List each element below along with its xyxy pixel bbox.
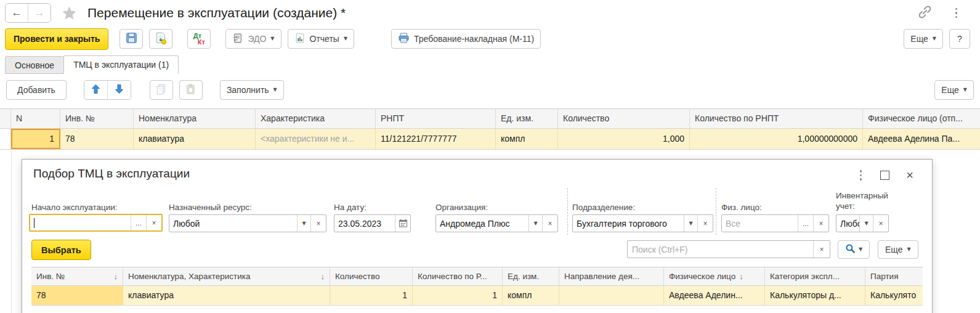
col-header-nomenclature[interactable]: Номенклатура: [134, 109, 256, 128]
dtkt-button[interactable]: Дт Кт: [187, 29, 211, 49]
copy-row-button[interactable]: [150, 80, 173, 100]
move-down-button[interactable]: [107, 81, 131, 99]
m11-print-button[interactable]: Требование-накладная (М-11): [391, 29, 541, 49]
cell-unit[interactable]: компл: [503, 286, 559, 305]
edo-dropdown-button[interactable]: ЭДО ▼: [225, 29, 281, 49]
reports-dropdown-button[interactable]: Отчеты ▼: [288, 29, 355, 49]
cell-rnpt[interactable]: 11/121221/7777777: [376, 129, 496, 149]
col-header-batch[interactable]: Партия: [865, 267, 923, 285]
col-header-inv[interactable]: Инв. №↓: [31, 267, 123, 285]
close-icon[interactable]: ×: [906, 171, 913, 179]
search-clear-button[interactable]: ×: [813, 241, 830, 258]
fill-dropdown-button[interactable]: Заполнить ▼: [220, 80, 284, 100]
col-header-qty[interactable]: Количество: [558, 109, 690, 128]
cell-qty[interactable]: 1,000: [558, 129, 690, 149]
cell-characteristic[interactable]: <характеристики не и...: [256, 129, 376, 149]
app-window: ← → Перемещение в эксплуатации (создание…: [0, 0, 980, 313]
col-header-inv[interactable]: Инв. №: [60, 109, 134, 128]
tab-strip: Основное ТМЦ в эксплуатации (1): [5, 55, 179, 74]
dropdown-button[interactable]: ▼: [859, 215, 873, 232]
clear-button[interactable]: ×: [697, 215, 713, 232]
cell-inv-active[interactable]: 78: [31, 286, 123, 305]
maximize-icon[interactable]: [880, 171, 889, 180]
cell-category[interactable]: Калькуляторы д...: [765, 286, 865, 305]
link-icon[interactable]: [917, 4, 933, 22]
start-date-field[interactable]: ... ×: [29, 214, 163, 232]
col-header-nomenclature[interactable]: Номенклатура, Характеристика↓: [123, 267, 330, 285]
inventory-field[interactable]: Любой ▼ ×: [836, 214, 889, 232]
organization-field[interactable]: Андромеда Плюс ▼ ×: [435, 214, 558, 232]
col-header-category[interactable]: Категория экспл...: [765, 267, 865, 285]
dropdown-button[interactable]: ▼: [297, 215, 310, 232]
cell-person[interactable]: Авдеева Аделин...: [664, 286, 765, 305]
search-input[interactable]: [628, 241, 813, 258]
text-cursor: [34, 218, 34, 228]
col-header-qty-rnpt[interactable]: Количество по РНПТ: [690, 109, 863, 128]
col-header-qty-rnpt[interactable]: Количество по Р...: [413, 267, 503, 285]
col-header-person[interactable]: Физическое лицо↓: [664, 267, 765, 285]
cell-qty[interactable]: 1: [330, 286, 413, 305]
select-button[interactable]: Выбрать: [31, 240, 91, 260]
choose-button[interactable]: ...: [131, 215, 146, 230]
cell-nomenclature[interactable]: клавиатура: [123, 286, 330, 305]
favorite-star-icon[interactable]: [61, 5, 78, 22]
choose-button[interactable]: ...: [798, 215, 813, 232]
save-button[interactable]: [119, 29, 143, 49]
list-more-button[interactable]: Еще ▼: [934, 80, 974, 100]
dialog-more-button[interactable]: Еще ▼: [878, 240, 918, 259]
paste-row-button[interactable]: [179, 80, 203, 100]
cell-n-active[interactable]: 1: [11, 129, 60, 149]
add-row-button[interactable]: Добавить: [6, 80, 67, 100]
table-row[interactable]: 1 78 клавиатура <характеристики не и... …: [0, 129, 980, 150]
clear-button[interactable]: ×: [542, 215, 557, 232]
resource-field[interactable]: Любой ▼ ×: [169, 214, 326, 232]
filter-label-date: На дату:: [334, 203, 366, 212]
floppy-icon: [125, 31, 138, 46]
move-up-button[interactable]: [84, 81, 107, 99]
col-header-unit[interactable]: Ед. изм.: [503, 267, 559, 285]
dialog-controls: ×: [858, 168, 913, 182]
back-button[interactable]: ←: [6, 4, 28, 22]
titlebar: ← → Перемещение в эксплуатации (создание…: [0, 0, 980, 26]
more-button[interactable]: Еще ▼: [904, 29, 943, 49]
clear-button[interactable]: ×: [310, 215, 326, 232]
on-date-field[interactable]: 23.05.2023: [334, 214, 411, 232]
post-document-button[interactable]: [149, 29, 172, 49]
post-and-close-button[interactable]: Провести и закрыть: [5, 28, 108, 50]
clear-button[interactable]: ×: [813, 215, 828, 232]
tab-main[interactable]: Основное: [5, 56, 64, 74]
cell-nomenclature[interactable]: клавиатура: [134, 129, 256, 149]
forward-button[interactable]: →: [28, 4, 51, 22]
col-header-n[interactable]: N: [11, 109, 60, 128]
calendar-icon[interactable]: [395, 215, 410, 232]
col-header-person[interactable]: Физическое лицо (отп...: [863, 109, 980, 128]
help-button[interactable]: ?: [949, 29, 970, 49]
chevron-down-icon: ▼: [907, 247, 911, 252]
table-row[interactable]: 78 клавиатура 1 1 компл Авдеева Аделин..…: [31, 286, 923, 306]
cell-direction[interactable]: [559, 286, 664, 305]
col-header-rnpt[interactable]: РНПТ: [376, 109, 496, 128]
cell-qty-rnpt[interactable]: 1,00000000000: [690, 129, 863, 149]
menu-dots-icon[interactable]: [954, 6, 960, 20]
clear-button[interactable]: ×: [873, 215, 888, 232]
col-header-characteristic[interactable]: Характеристика: [256, 109, 376, 128]
clear-button[interactable]: ×: [146, 215, 161, 230]
col-header-qty[interactable]: Количество: [330, 267, 413, 285]
tab-tmc-in-operation[interactable]: ТМЦ в эксплуатации (1): [63, 55, 179, 74]
row-gutter: [0, 109, 11, 128]
col-header-unit[interactable]: Ед. изм.: [496, 109, 558, 128]
department-field[interactable]: Бухгалтерия торгового ▼ ×: [572, 214, 713, 232]
search-options-button[interactable]: ▼: [838, 240, 870, 259]
dropdown-button[interactable]: ▼: [684, 215, 697, 232]
cell-batch[interactable]: Калькулято: [865, 286, 923, 305]
dialog-menu-dots-icon[interactable]: [858, 168, 864, 182]
cell-qty-rnpt[interactable]: 1: [413, 286, 503, 305]
cell-inv[interactable]: 78: [60, 129, 134, 149]
arrow-down-icon: [114, 84, 124, 97]
reports-icon: [294, 33, 306, 46]
cell-person[interactable]: Авдеева Аделина Па...: [863, 129, 980, 149]
col-header-direction[interactable]: Направление дея...: [559, 267, 664, 285]
dropdown-button[interactable]: ▼: [528, 215, 542, 232]
person-field[interactable]: Все ... ×: [721, 214, 829, 232]
cell-unit[interactable]: компл: [496, 129, 558, 149]
